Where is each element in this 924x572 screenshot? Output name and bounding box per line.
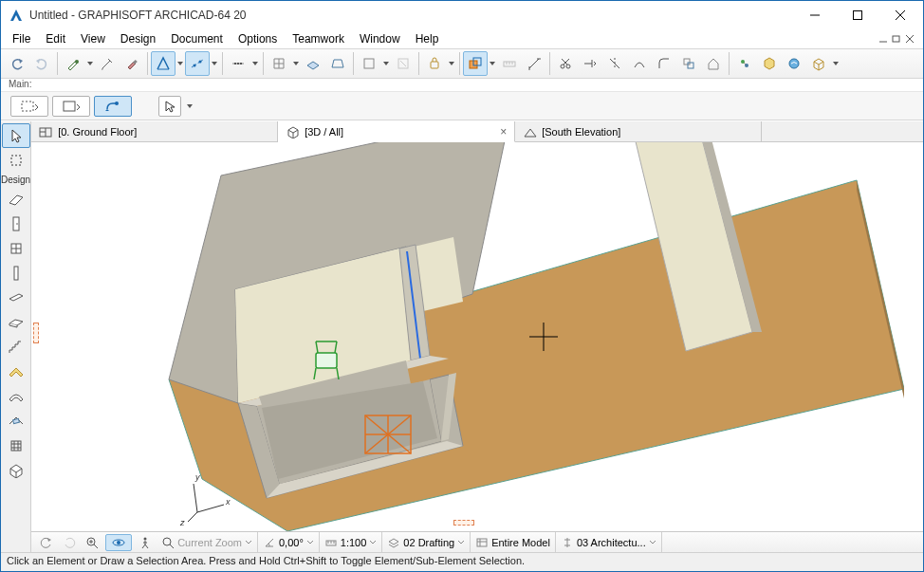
menu-document[interactable]: Document — [163, 30, 231, 47]
marquee-solid-button[interactable] — [52, 96, 90, 117]
model-value[interactable]: Entire Model — [491, 537, 550, 548]
menu-window[interactable]: Window — [352, 30, 408, 47]
menu-teamwork[interactable]: Teamwork — [285, 30, 352, 47]
morph-tool[interactable] — [2, 458, 30, 483]
quick-select-button[interactable] — [94, 96, 132, 117]
orbit-icon[interactable] — [111, 536, 126, 549]
mini-minimize-icon[interactable] — [878, 33, 889, 45]
dimension-icon[interactable] — [561, 536, 574, 549]
gravity-button[interactable] — [325, 51, 350, 76]
suspend-dropdown[interactable] — [447, 60, 456, 67]
scale-icon[interactable] — [324, 536, 338, 549]
menu-design[interactable]: Design — [113, 30, 163, 47]
column-tool[interactable] — [2, 261, 30, 286]
home-button[interactable] — [701, 51, 726, 76]
zoom-dropdown-icon[interactable] — [245, 539, 252, 546]
snap-point-dropdown[interactable] — [250, 60, 260, 67]
adjust-button[interactable] — [578, 51, 602, 76]
angle-icon[interactable] — [263, 536, 276, 549]
skylight-tool[interactable] — [2, 409, 30, 434]
cut-button[interactable] — [553, 51, 578, 76]
model-icon[interactable] — [475, 536, 489, 549]
shell-tool[interactable] — [2, 384, 30, 409]
undo-button[interactable] — [5, 51, 29, 76]
layer-value[interactable]: 02 Drafting — [403, 537, 454, 548]
snap-guide-button[interactable] — [185, 51, 210, 76]
split-handle-top[interactable] — [453, 148, 474, 154]
dim-dropdown-icon[interactable] — [649, 539, 656, 546]
mini-close-icon[interactable] — [904, 33, 915, 45]
wall-tool[interactable] — [2, 187, 30, 212]
teamwork-button[interactable] — [732, 51, 757, 76]
fillet-button[interactable] — [652, 51, 676, 76]
redo-button[interactable] — [29, 51, 54, 76]
inject-button[interactable] — [95, 51, 120, 76]
scale-value[interactable]: 1:100 — [341, 537, 367, 548]
curtainwall-tool[interactable] — [2, 434, 30, 458]
viewport-3d[interactable]: x y z — [31, 142, 924, 531]
minimize-button[interactable] — [793, 1, 836, 29]
layer-dropdown-icon[interactable] — [457, 539, 465, 546]
menu-edit[interactable]: Edit — [38, 30, 73, 47]
arrow-tool[interactable] — [2, 123, 30, 148]
surface-snap-button[interactable] — [391, 51, 416, 76]
marquee-dotted-button[interactable] — [10, 96, 48, 117]
pickup-dropdown[interactable] — [85, 60, 95, 67]
resize-button[interactable] — [676, 51, 701, 76]
attributes-button[interactable] — [757, 51, 782, 76]
menu-help[interactable]: Help — [408, 30, 447, 47]
tab-south-elevation[interactable]: [South Elevation] — [515, 121, 762, 141]
tab-ground-floor[interactable]: [0. Ground Floor] — [31, 121, 278, 141]
marquee-tool[interactable] — [2, 148, 30, 173]
door-tool[interactable] — [2, 212, 30, 236]
arrow-mode-dropdown[interactable] — [185, 102, 194, 110]
grid-snap-dropdown[interactable] — [291, 60, 301, 67]
snap-point-button[interactable] — [226, 51, 250, 76]
guideline-button[interactable] — [151, 51, 176, 76]
suspend-groups-button[interactable] — [422, 51, 447, 76]
arrow-mode-button[interactable] — [158, 96, 181, 117]
tab-3d[interactable]: [3D / All] × — [278, 121, 515, 142]
split-handle-bottom[interactable] — [453, 520, 474, 526]
window-tool[interactable] — [2, 236, 30, 261]
angle-value[interactable]: 0,00° — [279, 537, 304, 548]
stair-tool[interactable] — [2, 335, 30, 360]
brush-button[interactable] — [120, 51, 144, 76]
split-button[interactable] — [602, 51, 627, 76]
trace-button[interactable] — [463, 51, 488, 76]
render-button[interactable] — [782, 51, 806, 76]
tab-close-icon[interactable]: × — [500, 125, 507, 138]
maximize-button[interactable] — [836, 1, 878, 29]
menu-options[interactable]: Options — [231, 30, 285, 47]
split-handle-left[interactable] — [33, 323, 39, 343]
snap-guide-dropdown[interactable] — [210, 60, 219, 67]
trace-dropdown[interactable] — [488, 60, 497, 67]
measure-button[interactable] — [522, 51, 546, 76]
guideline-dropdown[interactable] — [176, 60, 185, 67]
angle-dropdown-icon[interactable] — [306, 539, 314, 546]
beam-tool[interactable] — [2, 286, 30, 310]
scale-dropdown-icon[interactable] — [369, 539, 377, 546]
slab-tool[interactable] — [2, 310, 30, 335]
menu-file[interactable]: File — [5, 30, 38, 47]
element-snap-dropdown[interactable] — [381, 60, 391, 67]
layers-icon[interactable] — [387, 536, 400, 549]
walk-icon[interactable] — [139, 536, 152, 549]
menu-view[interactable]: View — [73, 30, 113, 47]
grid-snap-button[interactable] — [267, 51, 291, 76]
ruler-button[interactable] — [497, 51, 522, 76]
element-snap-button[interactable] — [357, 51, 381, 76]
edit-plane-button[interactable] — [301, 51, 325, 76]
roof-tool[interactable] — [2, 360, 30, 384]
next-view-icon[interactable] — [63, 536, 76, 549]
mini-restore-icon[interactable] — [891, 33, 902, 45]
cube-dropdown[interactable] — [831, 60, 841, 67]
pickup-button[interactable] — [61, 51, 85, 76]
close-button[interactable] — [878, 1, 921, 29]
prev-view-icon[interactable] — [40, 536, 53, 549]
cube-button[interactable] — [806, 51, 831, 76]
fit-icon[interactable] — [161, 536, 175, 549]
zoom-icon[interactable] — [85, 536, 99, 549]
intersect-button[interactable] — [627, 51, 652, 76]
dim-value[interactable]: 03 Architectu... — [577, 537, 646, 548]
